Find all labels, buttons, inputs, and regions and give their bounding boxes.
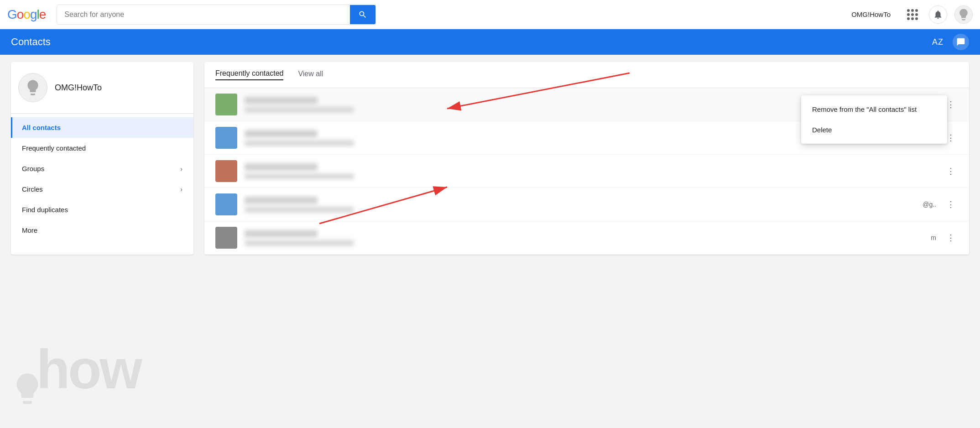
contacts-header: Contacts AZ — [0, 29, 980, 55]
nav-username: OMG!HowTo — [851, 10, 891, 18]
contact-extra-text: @g.. — [923, 201, 936, 208]
apps-grid — [907, 9, 918, 20]
contact-tabs: Frequently contacted View all — [204, 62, 969, 88]
sidebar-item-circles[interactable]: Circles › — [11, 179, 193, 199]
feedback-icon[interactable] — [953, 34, 969, 50]
logo-letter-g1: G — [7, 7, 17, 22]
sidebar-item-find-duplicates[interactable]: Find duplicates — [11, 199, 193, 220]
contact-info — [245, 230, 931, 246]
contact-email-blurred — [245, 207, 354, 213]
contact-name-blurred — [245, 230, 318, 237]
watermark-text: how — [36, 338, 141, 401]
avatar-image — [955, 6, 972, 23]
tab-view-all[interactable]: View all — [298, 70, 323, 80]
sidebar-item-frequently-contacted[interactable]: Frequently contacted — [11, 138, 193, 158]
sidebar-nav: All contacts Frequently contacted Groups… — [11, 117, 193, 240]
sidebar-item-groups[interactable]: Groups › — [11, 158, 193, 179]
profile-avatar — [18, 73, 47, 102]
logo-letter-o1: o — [17, 7, 24, 22]
sidebar-item-label: More — [22, 226, 37, 234]
contact-avatar — [215, 160, 237, 182]
logo-letter-g2: g — [30, 7, 37, 22]
google-logo: G o o g l e — [7, 7, 46, 22]
contacts-title: Contacts — [11, 36, 51, 48]
contact-list-area: Frequently contacted View all stw... ⋮ R… — [204, 62, 969, 255]
contact-email-blurred — [245, 107, 354, 113]
search-bar — [57, 5, 376, 25]
sidebar-item-label: Circles — [22, 185, 43, 193]
contact-email-blurred — [245, 240, 354, 246]
apps-icon[interactable] — [903, 5, 922, 24]
contact-row: stw... ⋮ Remove from the "All contacts" … — [204, 88, 969, 121]
sidebar-item-label: Groups — [22, 165, 44, 172]
header-actions: AZ — [932, 34, 969, 50]
profile-name: OMG!HowTo — [55, 83, 102, 93]
contact-name-blurred — [245, 130, 318, 137]
contact-extra-text: m — [931, 234, 936, 241]
sidebar-item-all-contacts[interactable]: All contacts — [11, 117, 193, 138]
chevron-right-icon: › — [180, 165, 182, 172]
contact-row: ⋮ — [204, 155, 969, 188]
sidebar-item-label: Find duplicates — [22, 206, 68, 214]
contact-row: @g.. ⋮ — [204, 188, 969, 221]
search-button[interactable] — [350, 5, 375, 25]
sidebar-item-label: Frequently contacted — [22, 144, 86, 152]
contact-avatar — [215, 94, 237, 115]
dropdown-delete-item[interactable]: Delete — [801, 120, 947, 140]
watermark-icon — [9, 364, 46, 423]
top-nav: G o o g l e OMG!HowTo — [0, 0, 980, 29]
contact-more-button[interactable]: ⋮ — [944, 230, 958, 245]
main-content: OMG!HowTo All contacts Frequently contac… — [0, 55, 980, 262]
contact-name-blurred — [245, 163, 318, 171]
contact-avatar — [215, 127, 237, 149]
chevron-right-icon: › — [180, 186, 182, 193]
sidebar: OMG!HowTo All contacts Frequently contac… — [11, 62, 193, 255]
contact-name-blurred — [245, 197, 318, 204]
contact-info — [245, 163, 936, 179]
sidebar-item-label: All contacts — [22, 124, 61, 131]
dropdown-remove-item[interactable]: Remove from the "All contacts" list — [801, 99, 947, 120]
notification-icon[interactable] — [929, 5, 947, 24]
contact-more-button[interactable]: ⋮ — [944, 197, 958, 212]
contact-row: m ⋮ — [204, 221, 969, 255]
tab-frequently-contacted[interactable]: Frequently contacted — [215, 69, 283, 80]
az-sort-button[interactable]: AZ — [932, 37, 944, 47]
contact-more-button[interactable]: ⋮ — [944, 164, 958, 178]
contact-info — [245, 197, 923, 213]
search-input[interactable] — [57, 5, 350, 24]
user-avatar[interactable] — [954, 5, 973, 24]
contact-email-blurred — [245, 173, 354, 179]
contact-avatar — [215, 193, 237, 215]
logo-letter-o2: o — [23, 7, 30, 22]
sidebar-item-more[interactable]: More — [11, 220, 193, 240]
contact-dropdown-menu: Remove from the "All contacts" list Dele… — [801, 95, 947, 144]
contact-email-blurred — [245, 140, 354, 146]
logo-letter-e: e — [39, 7, 46, 22]
contact-avatar — [215, 227, 237, 249]
contact-name-blurred — [245, 97, 318, 104]
search-icon — [358, 10, 367, 19]
sidebar-profile: OMG!HowTo — [11, 62, 193, 114]
